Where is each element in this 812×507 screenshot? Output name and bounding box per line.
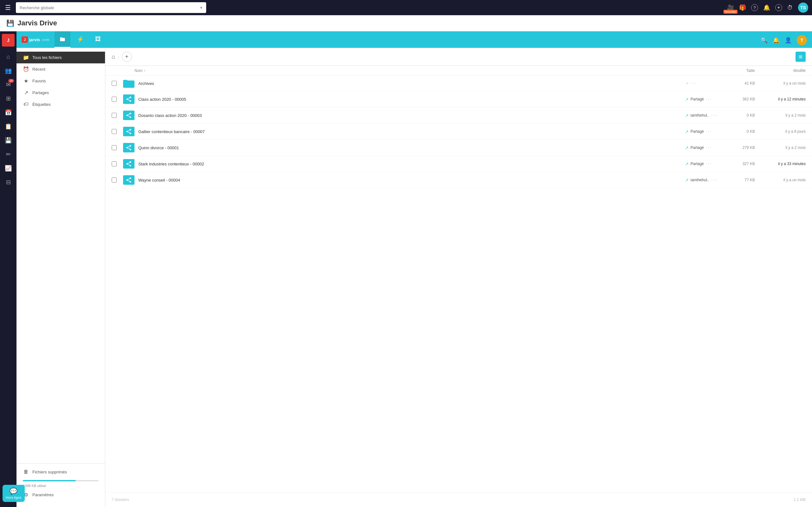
breadcrumb-home-icon[interactable]: ⌂ — [112, 54, 115, 60]
nav-tags[interactable]: 🏷 Étiquettes — [16, 99, 105, 110]
file-share-archives: ↗ ··· — [685, 80, 711, 86]
file-modified-4: il y a 8 jours — [755, 129, 806, 134]
plus-circle-icon[interactable]: + — [775, 4, 782, 11]
nav-trash[interactable]: 🗑 Fichiers supprimés — [16, 466, 105, 477]
chat-widget[interactable]: 💬 Hors ligne — [3, 485, 25, 502]
sec-user-avatar[interactable]: T — [797, 35, 807, 45]
sidebar-icon-calendar[interactable]: 📅 — [2, 106, 14, 119]
video-icon[interactable]: 🎥 Nouveau — [727, 4, 734, 11]
sidebar-icon-edit[interactable]: ✏ — [2, 148, 14, 161]
file-name-3: Dosanto class action 2020 - 00003 — [135, 113, 685, 118]
share-icon-5: ↗ — [685, 146, 689, 150]
gift-icon[interactable]: 🎁 — [739, 4, 746, 11]
grid-view-button[interactable]: ⊞ — [796, 52, 806, 62]
file-modified-5: il y a 2 mois — [755, 146, 806, 150]
storage-bar-fill — [23, 480, 76, 481]
row-checkbox-6[interactable] — [112, 161, 117, 166]
view-toggle: ⊞ — [796, 52, 806, 62]
total-size: 1.1 MB — [794, 498, 806, 502]
file-row[interactable]: Stark industries contentieux - 00002 ↗ P… — [105, 156, 812, 172]
shared-folder-icon-5 — [123, 143, 135, 153]
file-row[interactable]: Galtier contentieux bancaire - 00007 ↗ P… — [105, 124, 812, 140]
folder-icon-archives — [123, 79, 135, 88]
nav-shares[interactable]: ↗ Partages — [16, 87, 105, 99]
user-avatar[interactable]: TS — [798, 3, 808, 13]
tab-image[interactable]: 🖼 — [90, 32, 106, 48]
help-icon[interactable]: ? — [751, 4, 758, 11]
file-list-header: Nom ↑ Taille Modifié — [105, 66, 812, 76]
hamburger-button[interactable]: ☰ — [4, 3, 12, 13]
file-row[interactable]: Archives ↗ ··· 41 KB il y a un mois — [105, 76, 812, 91]
nav-favorites[interactable]: ★ Favoris — [16, 75, 105, 87]
file-name-archives: Archives — [135, 81, 685, 86]
row-checkbox-7[interactable] — [112, 177, 117, 182]
share-label-7: iamthehul.. — [691, 178, 709, 182]
file-list: Archives ↗ ··· 41 KB il y a un mois — [105, 76, 812, 492]
file-row[interactable]: Dosanto class action 2020 - 00003 ↗ iamt… — [105, 107, 812, 124]
file-toolbar: ⌂ › + ⊞ — [105, 48, 812, 66]
row-checkbox-1[interactable] — [112, 81, 117, 86]
nouveau-badge: Nouveau — [723, 10, 738, 14]
sidebar-icon-drive[interactable]: 💾 — [2, 134, 14, 147]
share-icon: ↗ — [23, 90, 29, 96]
file-row[interactable]: Quinn divorce - 00001 ↗ Partagé ··· 279 … — [105, 140, 812, 156]
sidebar-icon-mail[interactable]: ✉ 29 — [2, 78, 14, 91]
search-input[interactable] — [20, 5, 198, 10]
sidebar-icon-logo[interactable]: J — [2, 34, 14, 47]
app-container: J jarvis.com ⚡ 🖼 🔍 🔔 👤 T 📁 — [16, 32, 812, 507]
row-checkbox-5[interactable] — [112, 145, 117, 150]
add-button[interactable]: + — [122, 52, 132, 62]
sidebar-icon-table[interactable]: ⊟ — [2, 176, 14, 188]
jarvis-logo-icon: J — [21, 37, 28, 43]
main-layout: J ⌂ 👥 ✉ 29 ⊞ 📅 📋 💾 ✏ 📈 ⊟ J jarvis.com — [0, 32, 812, 507]
icon-sidebar: J ⌂ 👥 ✉ 29 ⊞ 📅 📋 💾 ✏ 📈 ⊟ — [0, 32, 16, 507]
secondary-nav-left: J jarvis.com ⚡ 🖼 — [21, 32, 106, 48]
trash-icon: 🗑 — [23, 469, 29, 475]
drive-title-icon: 💾 — [6, 19, 14, 27]
file-share-7: ↗ iamthehul.. ··· — [685, 177, 711, 183]
top-navbar: ☰ ▾ 🎥 Nouveau 🎁 ? 🔔 + ⏱ TS — [0, 0, 812, 15]
settings-label: Paramètres — [32, 493, 54, 497]
storage-bar-container — [16, 477, 105, 483]
share-icon-6: ↗ — [685, 162, 689, 166]
header-name-col[interactable]: Nom ↑ — [135, 68, 685, 73]
file-modified-3: il y a 2 mois — [755, 113, 806, 118]
shares-label: Partages — [32, 90, 49, 95]
file-size-archives: 41 KB — [711, 81, 755, 86]
sidebar-icon-users[interactable]: 👥 — [2, 64, 14, 77]
row-checkbox-3[interactable] — [112, 113, 117, 118]
sec-search-icon[interactable]: 🔍 — [761, 37, 768, 44]
sidebar-icon-home[interactable]: ⌂ — [2, 50, 14, 63]
header-modified-col: Modifié — [755, 68, 806, 73]
timer-icon[interactable]: ⏱ — [787, 4, 793, 11]
sidebar-icon-grid[interactable]: ⊞ — [2, 92, 14, 105]
jarvis-logo: J jarvis.com — [21, 37, 49, 43]
nav-recent[interactable]: ⏰ Récent — [16, 63, 105, 75]
tags-label: Étiquettes — [32, 102, 51, 107]
tab-lightning[interactable]: ⚡ — [72, 32, 89, 48]
share-icon-7: ↗ — [685, 178, 689, 182]
sec-user-icon[interactable]: 👤 — [785, 37, 792, 44]
page-title: Jarvis Drive — [17, 19, 57, 27]
sidebar-icon-analytics[interactable]: 📈 — [2, 162, 14, 175]
file-size-2: 362 KB — [711, 97, 755, 101]
trash-label: Fichiers supprimés — [32, 469, 67, 474]
bell-icon[interactable]: 🔔 — [763, 4, 770, 11]
row-checkbox-4[interactable] — [112, 129, 117, 134]
sec-bell-icon[interactable]: 🔔 — [773, 37, 780, 44]
left-panel: 📁 Tous les fichiers ⏰ Récent ★ Favoris ↗… — [16, 48, 105, 507]
share-small-icon[interactable]: ↗ — [685, 81, 689, 86]
content-area: 📁 Tous les fichiers ⏰ Récent ★ Favoris ↗… — [16, 48, 812, 507]
nav-all-files[interactable]: 📁 Tous les fichiers — [16, 52, 105, 63]
folder-icon: 📁 — [23, 55, 29, 60]
file-size-3: 0 KB — [711, 113, 755, 118]
sidebar-icon-checklist[interactable]: 📋 — [2, 120, 14, 133]
row-checkbox-2[interactable] — [112, 97, 117, 102]
nav-settings[interactable]: ⚙ Paramètres — [16, 489, 105, 501]
more-btn-archives[interactable]: ··· — [691, 80, 697, 86]
file-share-5: ↗ Partagé ··· — [685, 145, 711, 151]
share-label-3: iamthehul.. — [691, 113, 709, 118]
file-row[interactable]: Class action 2020 - 00005 ↗ Partagé ··· … — [105, 91, 812, 107]
tab-files[interactable] — [55, 32, 70, 48]
file-row[interactable]: Wayne conseil - 00004 ↗ iamthehul.. ··· … — [105, 172, 812, 188]
